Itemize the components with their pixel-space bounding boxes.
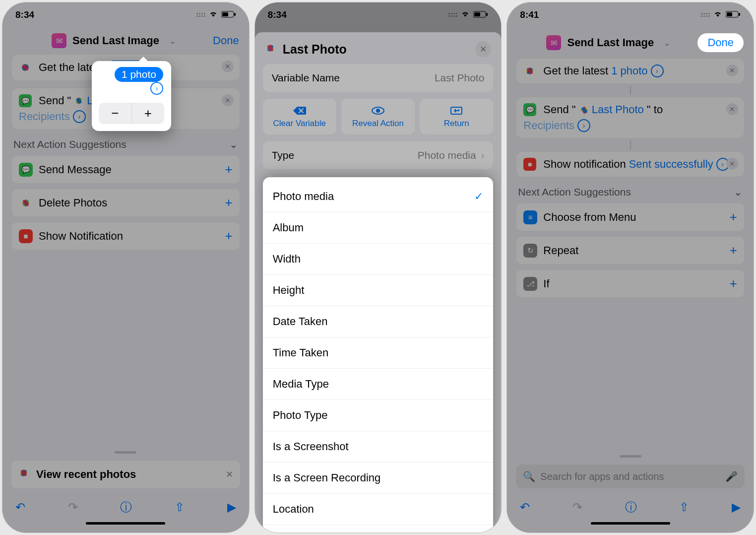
add-icon[interactable]: + xyxy=(225,195,232,210)
action-show-notification[interactable]: ■ Show notification Sent successfully › … xyxy=(516,151,745,177)
add-icon[interactable]: + xyxy=(225,162,232,177)
picker-option[interactable]: Date Taken xyxy=(263,306,494,337)
picker-option[interactable]: Location xyxy=(263,494,494,525)
messages-app-icon: 💬 xyxy=(19,94,32,107)
picker-option[interactable]: Media Type xyxy=(263,369,494,400)
action-get-latest-photos[interactable]: Get the latest 1 photo › ✕ xyxy=(516,58,745,84)
info-button[interactable]: ⓘ xyxy=(625,499,637,515)
messages-app-icon: 💬 xyxy=(19,163,33,177)
notification-text-link[interactable]: Sent successfully xyxy=(629,158,713,171)
suggestion-label: Repeat xyxy=(543,244,578,257)
suggestion-if[interactable]: ⎇ If + xyxy=(516,269,745,298)
notification-icon: ■ xyxy=(19,229,33,243)
cellular-icon xyxy=(196,13,205,17)
search-field[interactable]: 🔍 Search for apps and actions 🎤 xyxy=(516,465,745,488)
close-button[interactable]: ✕ xyxy=(475,41,491,57)
share-button[interactable]: ⇧ xyxy=(679,500,689,514)
add-icon[interactable]: + xyxy=(730,209,737,225)
shortcut-icon: ✉ xyxy=(52,33,66,48)
close-icon[interactable]: ✕ xyxy=(226,469,233,480)
shortcut-title[interactable]: Send Last Image xyxy=(72,34,159,47)
share-button[interactable]: ⇧ xyxy=(175,500,185,514)
expand-chevron-icon[interactable]: › xyxy=(73,110,86,123)
undo-button[interactable]: ↶ xyxy=(15,500,25,514)
variable-name-row[interactable]: Variable Name Last Photo xyxy=(263,64,494,92)
increment-button[interactable]: + xyxy=(132,103,165,124)
checkmark-icon: ✓ xyxy=(474,190,483,203)
picker-option[interactable]: Width xyxy=(263,244,494,275)
info-button[interactable]: ⓘ xyxy=(120,499,132,515)
add-icon[interactable]: + xyxy=(730,243,737,258)
suggestions-header[interactable]: Next Action Suggestions ⌄ xyxy=(507,184,754,203)
svg-rect-40 xyxy=(739,13,740,16)
decrement-button[interactable]: − xyxy=(99,103,131,124)
photo-count-link[interactable]: 1 photo xyxy=(611,65,647,77)
delete-action-button[interactable]: ✕ xyxy=(222,94,234,106)
photo-count-pill[interactable]: 1 photo xyxy=(115,67,163,82)
suggestion-show-notification[interactable]: ■ Show Notification + xyxy=(11,222,240,250)
expand-chevron-icon[interactable]: › xyxy=(577,119,590,132)
home-indicator[interactable] xyxy=(591,522,670,525)
return-button[interactable]: Return xyxy=(420,99,493,134)
picker-option-label: Is a Screenshot xyxy=(273,440,349,453)
search-placeholder: Search for apps and actions xyxy=(540,471,664,482)
recipients-field[interactable]: Recipients xyxy=(19,110,70,123)
done-button[interactable]: Done xyxy=(697,33,744,52)
sheet-grabber[interactable] xyxy=(620,455,641,458)
action-send-message[interactable]: 💬 Send " Last Photo " to Recipients › ✕ xyxy=(516,97,745,138)
chevron-down-icon[interactable]: ⌄ xyxy=(169,36,176,46)
delete-action-button[interactable]: ✕ xyxy=(726,158,738,170)
play-button[interactable]: ▶ xyxy=(227,500,236,514)
repeat-icon: ↻ xyxy=(523,244,537,258)
picker-option[interactable]: Photo media✓ xyxy=(263,181,494,212)
notification-icon: ■ xyxy=(523,158,536,171)
expand-chevron-icon[interactable]: › xyxy=(150,82,163,95)
variable-token[interactable]: Last Photo xyxy=(592,103,644,116)
sheet-grabber[interactable] xyxy=(115,451,136,454)
button-label: Reveal Action xyxy=(352,119,404,129)
picker-option[interactable]: Time Taken xyxy=(263,337,494,369)
dictation-icon[interactable]: 🎤 xyxy=(725,470,738,482)
picker-option-label: Media Type xyxy=(273,378,329,391)
suggestions-header[interactable]: Next Action Suggestions ⌄ xyxy=(2,136,249,155)
picker-option[interactable]: Is a Screen Recording xyxy=(263,463,494,494)
picker-option[interactable]: Photo Type xyxy=(263,400,494,431)
play-button[interactable]: ▶ xyxy=(732,500,741,514)
add-icon[interactable]: + xyxy=(730,276,737,291)
delete-action-button[interactable]: ✕ xyxy=(726,103,738,115)
reveal-action-button[interactable]: Reveal Action xyxy=(341,99,415,134)
picker-option[interactable]: Is a Screenshot xyxy=(263,431,494,463)
action-text: Send " xyxy=(543,103,575,116)
picker-option-label: Height xyxy=(273,284,305,297)
delete-action-button[interactable]: ✕ xyxy=(222,61,234,72)
wifi-icon xyxy=(713,9,723,20)
type-row[interactable]: Type Photo media› xyxy=(263,141,494,169)
photos-mini-icon xyxy=(74,96,84,106)
photos-mini-icon xyxy=(579,105,589,115)
suggestion-send-message[interactable]: 💬 Send Message + xyxy=(11,155,240,184)
suggestion-repeat[interactable]: ↻ Repeat + xyxy=(516,236,745,265)
action-text: Show notification xyxy=(543,158,626,171)
redo-button: ↷ xyxy=(572,500,582,514)
view-recent-photos-card[interactable]: View recent photos ✕ xyxy=(11,461,240,488)
suggestion-delete-photos[interactable]: Delete Photos + xyxy=(11,189,240,217)
picker-option-label: Width xyxy=(273,253,301,266)
delete-action-button[interactable]: ✕ xyxy=(726,65,738,76)
recipients-field[interactable]: Recipients xyxy=(523,119,574,132)
undo-button[interactable]: ↶ xyxy=(520,500,530,514)
shortcut-icon: ✉ xyxy=(546,35,561,50)
phone-screen-1: 8:34 ✉ Send Last Image ⌄ Done Get the la… xyxy=(2,2,250,533)
shortcut-title[interactable]: Send Last Image xyxy=(567,36,654,49)
clear-variable-button[interactable]: Clear Variable xyxy=(263,99,336,134)
done-button[interactable]: Done xyxy=(213,34,239,47)
chevron-down-icon[interactable]: ⌄ xyxy=(664,38,670,48)
picker-option[interactable]: Height xyxy=(263,275,494,306)
picker-option[interactable]: Album xyxy=(263,212,494,244)
add-icon[interactable]: + xyxy=(225,228,232,244)
suggestion-choose-from-menu[interactable]: ≡ Choose from Menu + xyxy=(516,203,745,231)
expand-chevron-icon[interactable]: › xyxy=(651,65,664,77)
home-indicator[interactable] xyxy=(86,522,165,525)
cellular-icon xyxy=(701,13,710,17)
editor-header: ✉ Send Last Image ⌄ Done xyxy=(2,27,249,54)
suggestion-label: Delete Photos xyxy=(39,197,107,209)
